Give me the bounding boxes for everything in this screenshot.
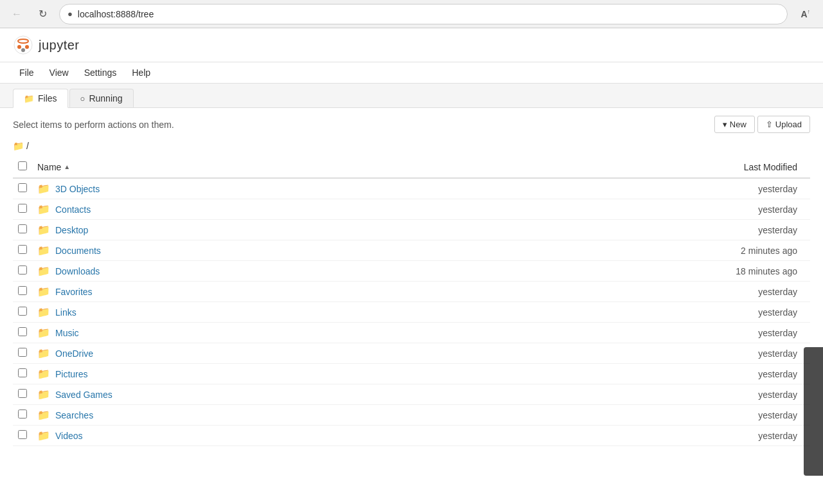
tab-running-label: Running — [89, 93, 122, 104]
row-checkbox-0[interactable] — [18, 183, 27, 192]
select-all-checkbox[interactable] — [18, 161, 27, 170]
menu-settings[interactable]: Settings — [78, 65, 123, 80]
row-checkbox-1[interactable] — [18, 204, 27, 213]
table-row: 📁 Downloads 18 minutes ago — [13, 261, 810, 282]
file-name-link[interactable]: Documents — [55, 246, 101, 256]
row-modified-cell: yesterday — [694, 282, 810, 302]
table-row: 📁 Links yesterday — [13, 302, 810, 323]
table-row: 📁 Contacts yesterday — [13, 199, 810, 220]
file-name-link[interactable]: OneDrive — [55, 348, 93, 359]
row-checkbox-9[interactable] — [18, 368, 27, 377]
table-row: 📁 Documents 2 minutes ago — [13, 240, 810, 261]
upload-icon: ⇧ — [766, 120, 773, 129]
jupyter-logo: jupyter — [13, 35, 80, 55]
row-checkbox-cell — [13, 240, 32, 261]
back-button[interactable]: ← — [8, 5, 26, 23]
row-name-cell: 📁 Pictures — [32, 364, 694, 384]
table-row: 📁 Music yesterday — [13, 323, 810, 343]
tab-files[interactable]: 📁 Files — [13, 89, 68, 108]
row-checkbox-8[interactable] — [18, 348, 27, 357]
row-checkbox-10[interactable] — [18, 389, 27, 398]
jupyter-logo-text: jupyter — [39, 38, 80, 53]
table-row: 📁 Desktop yesterday — [13, 220, 810, 240]
row-name-cell: 📁 Searches — [32, 405, 694, 426]
row-checkbox-7[interactable] — [18, 327, 27, 336]
file-name-link[interactable]: Pictures — [55, 369, 88, 379]
row-modified-cell: yesterday — [694, 199, 810, 220]
table-header-row: Name ▲ Last Modified — [13, 156, 810, 178]
refresh-button[interactable]: ↻ — [33, 5, 51, 23]
row-name-cell: 📁 Desktop — [32, 220, 694, 240]
menu-help[interactable]: Help — [125, 65, 157, 80]
running-tab-icon: ○ — [80, 94, 86, 104]
file-name-link[interactable]: 3D Objects — [55, 184, 100, 194]
modified-header-label: Last Modified — [744, 162, 797, 172]
jupyter-app: jupyter File View Settings Help 📁 Files … — [0, 28, 823, 504]
toolbar-buttons: ▾ New ⇧ Upload — [714, 116, 810, 133]
row-checkbox-cell — [13, 384, 32, 405]
row-name-cell: 📁 Favorites — [32, 282, 694, 302]
new-dropdown-arrow: ▾ — [723, 120, 727, 129]
file-browser: Select items to perform actions on them.… — [0, 108, 823, 454]
file-name-link[interactable]: Favorites — [55, 287, 93, 297]
toolbar-row: Select items to perform actions on them.… — [13, 116, 810, 133]
sort-arrow-icon: ▲ — [64, 163, 70, 170]
breadcrumb-folder-icon: 📁 — [13, 141, 24, 151]
new-button-label: New — [730, 120, 746, 129]
folder-icon: 📁 — [37, 183, 50, 195]
row-checkbox-cell — [13, 302, 32, 323]
row-checkbox-4[interactable] — [18, 266, 27, 274]
table-row: 📁 Saved Games yesterday — [13, 384, 810, 405]
folder-icon: 📁 — [37, 327, 50, 339]
file-name-link[interactable]: Saved Games — [55, 390, 113, 400]
table-row: 📁 OneDrive yesterday — [13, 343, 810, 364]
tab-running[interactable]: ○ Running — [69, 89, 134, 107]
row-checkbox-5[interactable] — [18, 286, 27, 295]
row-modified-cell: yesterday — [694, 343, 810, 364]
menu-file[interactable]: File — [13, 65, 41, 80]
folder-icon: 📁 — [37, 203, 50, 215]
row-checkbox-6[interactable] — [18, 307, 27, 316]
row-name-cell: 📁 Links — [32, 302, 694, 323]
url-input[interactable] — [78, 9, 780, 19]
folder-icon: 📁 — [37, 388, 50, 401]
row-name-cell: 📁 Downloads — [32, 261, 694, 282]
row-modified-cell: 18 minutes ago — [694, 261, 810, 282]
menu-view[interactable]: View — [43, 65, 75, 80]
row-name-cell: 📁 Saved Games — [32, 384, 694, 405]
file-name-link[interactable]: Downloads — [55, 266, 100, 276]
row-checkbox-cell — [13, 282, 32, 302]
row-checkbox-cell — [13, 261, 32, 282]
row-name-cell: 📁 3D Objects — [32, 178, 694, 199]
table-row: 📁 Videos yesterday — [13, 426, 810, 446]
upload-button[interactable]: ⇧ Upload — [757, 116, 810, 133]
file-name-link[interactable]: Music — [55, 328, 79, 338]
row-name-cell: 📁 Documents — [32, 240, 694, 261]
font-adjust-button[interactable]: A↑ — [795, 6, 815, 22]
files-tab-icon: 📁 — [24, 94, 34, 104]
file-name-link[interactable]: Searches — [55, 410, 93, 420]
address-bar: ● — [59, 4, 788, 24]
row-checkbox-2[interactable] — [18, 224, 27, 233]
select-all-col — [13, 156, 32, 178]
row-checkbox-cell — [13, 426, 32, 446]
file-name-link[interactable]: Desktop — [55, 225, 88, 235]
svg-point-2 — [17, 45, 21, 49]
scrollbar-panel[interactable] — [804, 347, 823, 476]
row-checkbox-3[interactable] — [18, 245, 27, 254]
row-modified-cell: yesterday — [694, 364, 810, 384]
row-modified-cell: yesterday — [694, 220, 810, 240]
breadcrumb: 📁 / — [13, 141, 810, 151]
new-button[interactable]: ▾ New — [714, 116, 755, 133]
file-name-link[interactable]: Links — [55, 307, 77, 318]
modified-column-header[interactable]: Last Modified — [694, 156, 810, 178]
file-name-link[interactable]: Contacts — [55, 204, 91, 215]
row-name-cell: 📁 Music — [32, 323, 694, 343]
row-checkbox-12[interactable] — [18, 430, 27, 439]
menu-bar: File View Settings Help — [0, 62, 823, 84]
file-name-link[interactable]: Videos — [55, 431, 83, 441]
row-checkbox-11[interactable] — [18, 410, 27, 419]
table-row: 📁 Favorites yesterday — [13, 282, 810, 302]
row-modified-cell: yesterday — [694, 384, 810, 405]
name-column-header[interactable]: Name ▲ — [32, 156, 694, 178]
